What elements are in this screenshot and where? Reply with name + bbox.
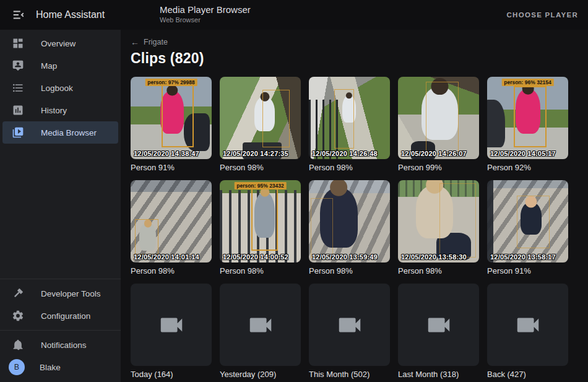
clip-card[interactable]: 12/05/2020 13:58:30 Person 98% <box>398 180 479 276</box>
clip-card[interactable]: 12/05/2020 13:59:49 Person 98% <box>309 180 390 276</box>
app-title: Home Assistant <box>36 9 105 20</box>
detection-bbox <box>517 196 549 248</box>
folder-card-yesterday[interactable]: Yesterday (209) <box>220 284 301 380</box>
choose-player-button[interactable]: CHOOSE PLAYER <box>506 0 578 30</box>
folder-card-today[interactable]: Today (164) <box>131 284 212 380</box>
sidebar-item-label: History <box>41 106 67 115</box>
clip-caption: Person 91% <box>487 266 568 276</box>
sidebar-item-label: Map <box>41 61 57 71</box>
folder-label: Today (164) <box>131 370 212 380</box>
sidebar-item-developer-tools[interactable]: Developer Tools <box>2 282 118 305</box>
clip-thumbnail: 12/05/2020 14:27:35 <box>220 77 301 159</box>
video-camera-icon <box>514 311 542 339</box>
folder-thumbnail <box>309 284 390 366</box>
video-camera-icon <box>157 311 186 339</box>
folder-label: Yesterday (209) <box>220 370 301 380</box>
clip-timestamp: 12/05/2020 14:00:52 <box>223 253 300 261</box>
clip-caption: Person 99% <box>398 163 479 173</box>
folder-label: Back (427) <box>487 370 568 380</box>
view-dashboard-icon <box>11 37 25 50</box>
clip-timestamp: 12/05/2020 14:01:14 <box>134 253 210 261</box>
clip-caption: Person 98% <box>309 266 390 276</box>
detection-bbox <box>135 219 158 254</box>
video-camera-icon <box>335 311 364 339</box>
detection-bbox <box>262 90 289 147</box>
detection-bbox <box>251 188 278 251</box>
video-camera-icon <box>425 311 453 339</box>
clip-timestamp: 12/05/2020 13:59:49 <box>312 253 389 261</box>
screen-title-block: Media Player Browser Web Browser <box>160 4 251 24</box>
clip-thumbnail: 12/05/2020 13:59:49 <box>309 180 390 263</box>
detection-label: person: 97% 29988 <box>145 79 197 86</box>
folder-card-last-month[interactable]: Last Month (318) <box>398 284 479 380</box>
sidebar-divider <box>0 279 121 279</box>
folder-card-back[interactable]: Back (427) <box>487 284 568 380</box>
clip-card[interactable]: person: 97% 29988 12/05/2020 14:38:47 Pe… <box>131 77 212 173</box>
clip-timestamp: 12/05/2020 14:26:07 <box>401 150 478 157</box>
clip-caption: Person 98% <box>220 163 301 173</box>
breadcrumb-label: Frigate <box>144 38 168 46</box>
sidebar-item-configuration[interactable]: Configuration <box>2 305 118 327</box>
clip-card[interactable]: person: 95% 23432 12/05/2020 14:00:52 Pe… <box>220 180 301 276</box>
clip-thumbnail: person: 96% 32154 12/05/2020 14:05:17 <box>487 77 568 159</box>
sidebar-item-notifications[interactable]: Notifications <box>2 334 118 356</box>
sidebar-item-map[interactable]: Map <box>2 54 118 77</box>
clip-thumbnail: 12/05/2020 14:26:48 <box>309 77 390 159</box>
folder-label: This Month (502) <box>309 370 390 380</box>
logbook-list-icon <box>11 81 25 95</box>
clip-caption: Person 91% <box>131 163 212 173</box>
gear-icon <box>11 309 25 323</box>
clip-thumbnail: 12/05/2020 13:58:17 <box>487 180 568 263</box>
clip-caption: Person 98% <box>398 266 479 276</box>
clip-timestamp: 12/05/2020 14:05:17 <box>490 150 567 157</box>
detection-bbox <box>162 84 194 147</box>
sidebar-item-logbook[interactable]: Logbook <box>2 77 118 99</box>
detection-bbox <box>334 89 355 149</box>
clip-card[interactable]: 12/05/2020 13:58:17 Person 91% <box>487 180 568 276</box>
folder-thumbnail <box>487 284 568 366</box>
bell-icon <box>11 338 25 352</box>
user-avatar: B <box>9 359 25 375</box>
history-chart-icon <box>11 103 25 117</box>
sidebar-item-label: Overview <box>41 39 76 48</box>
sidebar-item-overview[interactable]: Overview <box>2 32 118 54</box>
clip-caption: Person 98% <box>220 266 301 276</box>
clip-timestamp: 12/05/2020 14:27:35 <box>223 150 300 157</box>
media-browser-icon <box>11 126 25 139</box>
clip-timestamp: 12/05/2020 13:58:30 <box>401 253 478 261</box>
clip-card[interactable]: 12/05/2020 14:26:07 Person 99% <box>398 77 479 173</box>
folder-label: Last Month (318) <box>398 370 479 380</box>
sidebar-spacer <box>0 144 121 276</box>
back-arrow-icon: ← <box>131 38 139 46</box>
sidebar-item-label: Notifications <box>41 341 87 350</box>
map-person-icon <box>11 59 25 72</box>
sidebar-item-label: Logbook <box>41 84 73 93</box>
clip-card[interactable]: 12/05/2020 14:26:48 Person 98% <box>309 77 390 173</box>
clip-caption: Person 98% <box>131 266 212 276</box>
clip-card[interactable]: 12/05/2020 14:01:14 Person 98% <box>131 180 212 276</box>
sidebar-item-label: Developer Tools <box>41 289 101 298</box>
detection-bbox <box>426 82 459 154</box>
hammer-icon <box>11 287 25 300</box>
detection-label: person: 96% 32154 <box>501 79 554 86</box>
clip-thumbnail: person: 95% 23432 12/05/2020 14:00:52 <box>220 180 301 263</box>
clip-card[interactable]: 12/05/2020 14:27:35 Person 98% <box>220 77 301 173</box>
detection-bbox <box>439 183 476 258</box>
top-app-bar: Home Assistant Media Player Browser Web … <box>0 0 588 30</box>
sidebar-item-media-browser[interactable]: Media Browser <box>2 121 118 144</box>
clip-timestamp: 12/05/2020 13:58:17 <box>490 253 567 261</box>
folder-card-this-month[interactable]: This Month (502) <box>309 284 390 380</box>
clip-timestamp: 12/05/2020 14:26:48 <box>312 150 389 157</box>
screen-subtitle: Web Browser <box>160 16 251 24</box>
sidebar-toggle-button[interactable] <box>6 2 31 27</box>
folder-thumbnail <box>220 284 301 366</box>
user-name: Blake <box>40 363 61 372</box>
media-browser-content: ← Frigate Clips (820) person: 97% 29988 … <box>121 30 588 382</box>
page-title: Clips (820) <box>131 50 578 67</box>
sidebar-item-history[interactable]: History <box>2 99 118 121</box>
sidebar-item-user-profile[interactable]: B Blake <box>2 356 118 378</box>
clip-card[interactable]: person: 96% 32154 12/05/2020 14:05:17 Pe… <box>487 77 568 173</box>
clip-thumbnail: person: 97% 29988 12/05/2020 14:38:47 <box>131 77 212 159</box>
breadcrumb-back-frigate[interactable]: ← Frigate <box>131 37 168 46</box>
video-camera-icon <box>246 311 275 339</box>
